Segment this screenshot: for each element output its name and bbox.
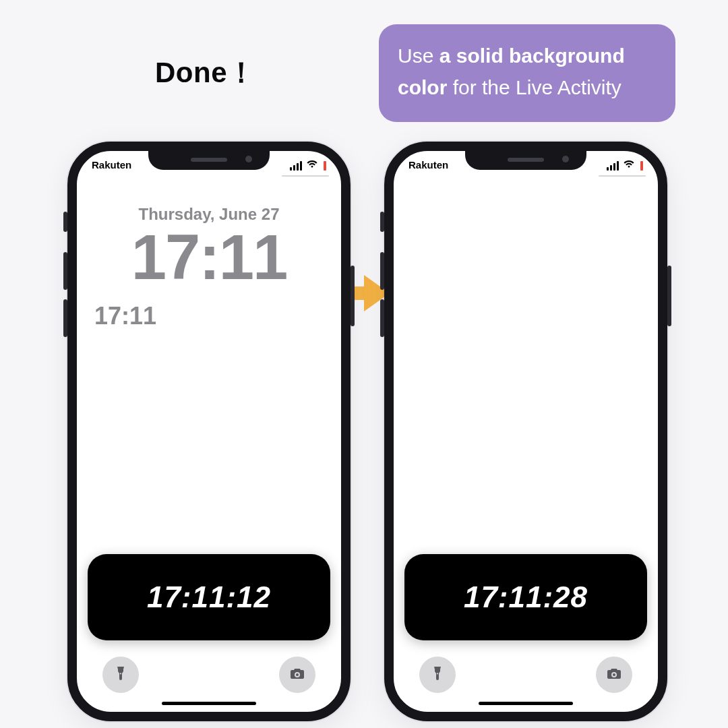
live-activity-card[interactable]: 17:11:28 xyxy=(404,554,647,640)
camera-button[interactable] xyxy=(596,657,632,693)
side-button-volume-up xyxy=(63,252,67,290)
status-underline xyxy=(599,175,646,177)
tip-callout: Use a solid background color for the Liv… xyxy=(379,24,675,122)
camera-icon xyxy=(289,665,305,684)
wifi-icon xyxy=(306,159,318,171)
phone-mockup-before: Rakuten Thursday, June 27 17:11 17:11 17… xyxy=(67,142,351,721)
camera-icon xyxy=(606,665,622,684)
lockscreen-time: 17:11 xyxy=(77,221,341,294)
lockscreen-time-secondary: 17:11 xyxy=(94,302,156,330)
status-bar: Rakuten xyxy=(77,156,341,173)
side-button-silence xyxy=(63,212,67,232)
status-carrier: Rakuten xyxy=(408,159,448,171)
live-activity-card[interactable]: 17:11:12 xyxy=(88,554,330,640)
tip-text-2: for the Live Activity xyxy=(447,76,621,98)
tip-text-1: Use xyxy=(398,44,439,67)
side-button-volume-down xyxy=(380,299,384,337)
phone-mockup-after: Rakuten 17:11:28 xyxy=(384,142,667,721)
home-indicator[interactable] xyxy=(162,702,256,705)
cellular-signal-icon xyxy=(607,161,619,171)
status-underline xyxy=(282,175,329,177)
status-bar: Rakuten xyxy=(394,156,658,173)
flashlight-icon xyxy=(429,665,446,684)
battery-low-icon xyxy=(324,161,326,171)
live-activity-time: 17:11:12 xyxy=(147,580,271,614)
cellular-signal-icon xyxy=(290,161,302,171)
battery-low-icon xyxy=(640,161,643,171)
flashlight-button[interactable] xyxy=(102,657,139,693)
flashlight-button[interactable] xyxy=(419,657,456,693)
home-indicator[interactable] xyxy=(479,702,573,705)
flashlight-icon xyxy=(113,665,129,684)
side-button-power xyxy=(667,266,671,326)
side-button-power xyxy=(351,266,355,326)
status-carrier: Rakuten xyxy=(92,159,131,171)
side-button-silence xyxy=(380,212,384,232)
camera-button[interactable] xyxy=(279,657,315,693)
done-label: Done！ xyxy=(155,54,256,92)
live-activity-time: 17:11:28 xyxy=(464,580,588,614)
wifi-icon xyxy=(623,159,635,171)
side-button-volume-up xyxy=(380,252,384,290)
side-button-volume-down xyxy=(63,299,67,337)
